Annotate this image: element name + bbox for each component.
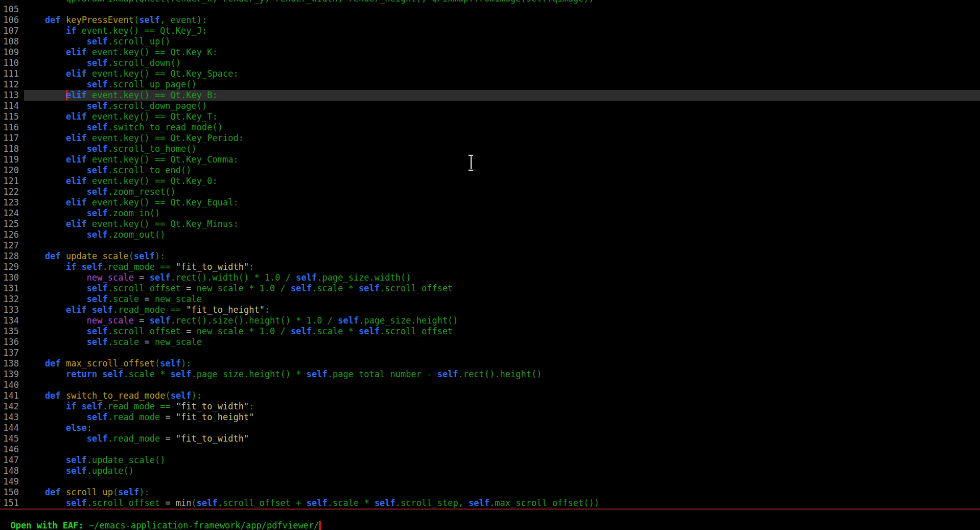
code-line[interactable]: 135 self.scroll_offset = new_scale * 1.0… [0,326,980,337]
minibuffer[interactable]: Open with EAF: ~/emacs-application-frame… [0,510,980,520]
code-line[interactable]: 106 def keyPressEvent(self, event): [0,15,980,26]
line-number: 145 [0,433,24,444]
code-line[interactable]: 136 self.scale = new_scale [0,337,980,348]
code-line[interactable]: 116 self.switch_to_read_mode() [0,122,980,133]
line-number: 123 [0,197,24,208]
code-line[interactable]: 120 self.scroll_to_end() [0,165,980,176]
code-line[interactable]: 146 [0,444,980,455]
line-number: 146 [0,444,24,455]
code-line[interactable]: 122 self.zoom_reset() [0,187,980,197]
line-number: 147 [0,455,24,466]
code-line[interactable]: 113 elif event.key() == Qt.Key_B: [0,90,980,101]
line-number: 124 [0,208,24,219]
code-line[interactable]: qp.drawPixmap(QRect(render_x, render_y, … [0,0,980,4]
line-number: 151 [0,498,24,509]
code-line[interactable]: 127 [0,240,980,251]
code-line[interactable]: 147 self.update_scale() [0,455,980,466]
line-number: 122 [0,187,24,197]
line-number: 117 [0,133,24,144]
minibuffer-prompt: Open with EAF: [10,520,89,530]
code-line[interactable]: 114 self.scroll_down_page() [0,101,980,111]
code-line[interactable]: 117 elif event.key() == Qt.Key_Period: [0,133,980,144]
code-lines[interactable]: 105106 def keyPressEvent(self, event):10… [0,4,980,509]
line-number: 105 [0,4,24,15]
line-number: 132 [0,294,24,305]
line-number: 148 [0,466,24,476]
line-number: 139 [0,369,24,380]
line-number: 129 [0,262,24,272]
line-number: 137 [0,348,24,358]
line-number [0,0,24,4]
mouse-ibeam-cursor [467,154,475,172]
code-line[interactable]: 126 self.zoom_out() [0,229,980,240]
line-number: 134 [0,315,24,326]
line-number: 131 [0,283,24,294]
minibuffer-input[interactable]: ~/emacs-application-framework/app/pdfvie… [89,520,319,530]
line-number: 128 [0,251,24,262]
line-number: 113 [0,90,24,101]
line-number: 150 [0,487,24,498]
line-number: 143 [0,412,24,423]
line-number: 138 [0,358,24,369]
line-number: 111 [0,68,24,79]
code-line[interactable]: 105 [0,4,980,15]
line-number: 116 [0,122,24,133]
code-line[interactable]: 129 if self.read_mode == "fit_to_width": [0,262,980,272]
code-line[interactable]: 133 elif self.read_mode == "fit_to_heigh… [0,305,980,315]
line-number: 109 [0,47,24,58]
line-number: 127 [0,240,24,251]
code-line[interactable]: 112 self.scroll_up_page() [0,79,980,90]
code-line[interactable]: 115 elif event.key() == Qt.Key_T: [0,111,980,122]
code-line[interactable]: 125 elif event.key() == Qt.Key_Minus: [0,219,980,229]
line-number: 112 [0,79,24,90]
code-line[interactable]: 137 [0,348,980,358]
line-number: 125 [0,219,24,229]
code-line[interactable]: 128 def update_scale(self): [0,251,980,262]
minibuffer-cursor [319,521,321,530]
line-number: 106 [0,15,24,26]
code-line[interactable]: 118 self.scroll_to_home() [0,144,980,154]
line-number: 141 [0,390,24,401]
line-number: 136 [0,337,24,348]
line-number: 110 [0,58,24,68]
line-number: 133 [0,305,24,315]
line-number: 115 [0,111,24,122]
code-line[interactable]: 130 new_scale = self.rect().width() * 1.… [0,272,980,283]
code-line[interactable]: 108 self.scroll_up() [0,36,980,47]
line-number: 114 [0,101,24,111]
code-line[interactable]: 139 return self.scale * self.page_size.h… [0,369,980,380]
code-line[interactable]: 132 self.scale = new_scale [0,294,980,305]
code-line[interactable]: 150 def scroll_up(self): [0,487,980,498]
code-line[interactable]: 134 new_scale = self.rect().size().heigh… [0,315,980,326]
line-number: 108 [0,36,24,47]
code-buffer[interactable]: qp.drawPixmap(QRect(render_x, render_y, … [0,0,980,509]
status-tray: (1, 59)Top[2018-06-28]22:12Thursday [820,520,980,530]
code-line[interactable]: 142 if self.read_mode == "fit_to_width": [0,401,980,412]
code-line[interactable]: 151 self.scroll_offset = min(self.scroll… [0,498,980,509]
line-number: 130 [0,272,24,283]
code-line[interactable]: 109 elif event.key() == Qt.Key_K: [0,47,980,58]
code-line[interactable]: 123 elif event.key() == Qt.Key_Equal: [0,197,980,208]
code-line[interactable]: 119 elif event.key() == Qt.Key_Comma: [0,154,980,165]
code-line[interactable]: 140 [0,380,980,390]
code-line[interactable]: 107 if event.key() == Qt.Key_J: [0,26,980,36]
code-line[interactable]: 124 self.zoom_in() [0,208,980,219]
code-line[interactable]: 145 self.read_mode = "fit_to_width" [0,433,980,444]
code-line[interactable]: 141 def switch_to_read_mode(self): [0,390,980,401]
code-line[interactable]: 143 self.read_mode = "fit_to_height" [0,412,980,423]
code-line[interactable]: 131 self.scroll_offset = new_scale * 1.0… [0,283,980,294]
code-line[interactable]: 149 [0,476,980,487]
line-number: 140 [0,380,24,390]
line-number: 118 [0,144,24,154]
line-number: 120 [0,165,24,176]
code-line[interactable]: 144 else: [0,423,980,433]
code-line[interactable]: 138 def max_scroll_offset(self): [0,358,980,369]
line-number: 107 [0,26,24,36]
code-line[interactable]: 121 elif event.key() == Qt.Key_0: [0,176,980,187]
line-number: 135 [0,326,24,337]
code-line[interactable]: 110 self.scroll_down() [0,58,980,68]
code-line[interactable]: 148 self.update() [0,466,980,476]
code-line[interactable]: 111 elif event.key() == Qt.Key_Space: [0,68,980,79]
clipped-top-line: qp.drawPixmap(QRect(render_x, render_y, … [0,0,980,4]
line-number: 126 [0,229,24,240]
